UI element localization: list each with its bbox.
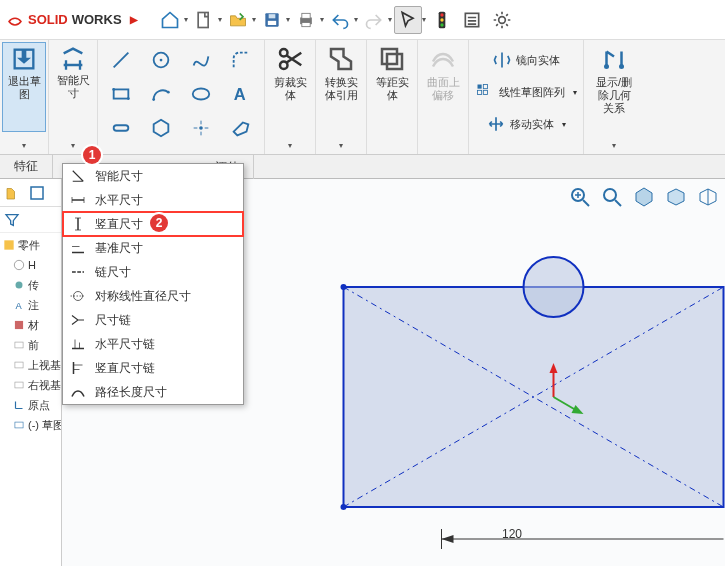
svg-point-20 [152, 98, 155, 101]
ellipse-tool[interactable] [182, 78, 220, 110]
dropdown-arrow-icon[interactable]: ▾ [612, 141, 616, 150]
brand-works: WORKS [72, 12, 122, 27]
menu-chain-dim[interactable]: 链尺寸 [63, 260, 243, 284]
dropdown-arrow-icon[interactable]: ▾ [339, 141, 343, 150]
display-relations-group: 显示/删 除几何 关系 ▾ [584, 40, 644, 154]
svg-rect-38 [4, 240, 13, 249]
menu-path-length[interactable]: 路径长度尺寸 [63, 380, 243, 404]
svg-point-10 [440, 23, 443, 26]
surface-offset-icon [428, 44, 458, 74]
tree-material[interactable]: 材 [0, 315, 61, 335]
svg-rect-33 [478, 90, 482, 94]
linear-pattern-label: 线性草图阵列 [499, 85, 565, 100]
plane-tool[interactable] [222, 112, 260, 144]
dimension-value[interactable]: 120 [502, 527, 522, 541]
move-button[interactable]: 移动实体 ▾ [486, 108, 566, 140]
arc-tool[interactable] [142, 78, 180, 110]
tree-right-plane[interactable]: 右视基准面 [0, 375, 61, 395]
circle-tool[interactable] [142, 44, 180, 76]
smart-dimension-button[interactable]: 智能尺 寸 [51, 42, 95, 132]
list-button[interactable] [458, 6, 486, 34]
save-button[interactable] [258, 6, 286, 34]
svg-rect-37 [31, 187, 43, 199]
exit-sketch-button[interactable]: 退出草 图 [2, 42, 46, 132]
menubar: SOLIDWORKS ▶ ▾ ▾ ▾ ▾ ▾ ▾ ▾ ▾ [0, 0, 725, 40]
slot-tool[interactable] [102, 112, 140, 144]
spline-tool[interactable] [182, 44, 220, 76]
home-button[interactable] [156, 6, 184, 34]
traffic-light-icon[interactable] [428, 6, 456, 34]
offset-group: 等距实 体 [367, 40, 418, 154]
svg-point-19 [127, 97, 130, 100]
rectangle-tool[interactable] [102, 78, 140, 110]
quick-access-toolbar: ▾ ▾ ▾ ▾ ▾ ▾ ▾ ▾ [156, 6, 516, 34]
tab-feature[interactable]: 特征 [0, 155, 53, 178]
offset-entities-button[interactable]: 等距实 体 [369, 42, 415, 132]
mirror-button[interactable]: 镜向实体 [492, 44, 560, 76]
convert-group: 转换实 体引用 ▾ [316, 40, 367, 154]
menu-baseline-dim[interactable]: 基准尺寸 [63, 236, 243, 260]
feature-tree-tab[interactable] [2, 182, 24, 204]
exit-sketch-icon [10, 45, 38, 73]
dropdown-arrow-icon[interactable]: ▾ [422, 15, 426, 24]
svg-point-56 [341, 504, 347, 510]
tree-origin[interactable]: 原点 [0, 395, 61, 415]
menu-symmetric-diameter[interactable]: 对称线性直径尺寸 [63, 284, 243, 308]
new-button[interactable] [190, 6, 218, 34]
open-button[interactable] [224, 6, 252, 34]
smart-dimension-icon [59, 44, 87, 72]
tree-sketch1[interactable]: (-) 草图1 [0, 415, 61, 435]
svg-point-55 [341, 284, 347, 290]
print-button[interactable] [292, 6, 320, 34]
menu-horizontal-ordinate[interactable]: 水平尺寸链 [63, 332, 243, 356]
dropdown-arrow-icon[interactable]: ▾ [288, 141, 292, 150]
tree-annotation[interactable]: A注 [0, 295, 61, 315]
svg-point-35 [604, 64, 609, 69]
menu-smart-dim[interactable]: 智能尺寸 [63, 164, 243, 188]
svg-marker-63 [442, 535, 454, 543]
undo-button[interactable] [326, 6, 354, 34]
smart-dim-group: 智能尺 寸 ▾ [49, 40, 98, 154]
dropdown-arrow-icon[interactable]: ▾ [218, 15, 222, 24]
property-tab[interactable] [26, 182, 48, 204]
polygon-tool[interactable] [142, 112, 180, 144]
dropdown-arrow-icon[interactable]: ▾ [354, 15, 358, 24]
menu-horizontal-dim[interactable]: 水平尺寸 [63, 188, 243, 212]
dropdown-arrow-icon[interactable]: ▾ [286, 15, 290, 24]
point-tool[interactable] [182, 112, 220, 144]
dropdown-arrow-icon[interactable]: ▾ [320, 15, 324, 24]
funnel-icon[interactable] [4, 212, 20, 228]
tree-top-plane[interactable]: 上视基准面 [0, 355, 61, 375]
convert-entities-button[interactable]: 转换实 体引用 [318, 42, 364, 132]
dropdown-arrow-icon[interactable]: ▾ [388, 15, 392, 24]
dropdown-arrow-icon[interactable]: ▾ [184, 15, 188, 24]
display-relations-button[interactable]: 显示/删 除几何 关系 [586, 42, 642, 132]
tree-part[interactable]: 零件 [0, 235, 61, 255]
settings-button[interactable] [488, 6, 516, 34]
menu-ordinate-dim[interactable]: 尺寸链 [63, 308, 243, 332]
dropdown-arrow-icon[interactable]: ▾ [71, 141, 75, 150]
text-tool[interactable]: A [222, 78, 260, 110]
svg-rect-0 [198, 12, 208, 27]
menu-vertical-ordinate[interactable]: 竖直尺寸链 [63, 356, 243, 380]
redo-button[interactable] [360, 6, 388, 34]
brand-solid: SOLID [28, 12, 68, 27]
line-tool[interactable] [102, 44, 140, 76]
trim-button[interactable]: 剪裁实 体 [267, 42, 313, 132]
svg-point-26 [199, 126, 203, 130]
callout-2: 2 [150, 214, 168, 232]
filter-row [0, 207, 61, 233]
svg-rect-17 [114, 89, 129, 98]
linear-pattern-button[interactable]: 线性草图阵列 ▾ [475, 76, 577, 108]
dropdown-arrow-icon[interactable]: ▾ [252, 15, 256, 24]
offset-icon [377, 44, 407, 74]
svg-rect-32 [483, 85, 487, 89]
move-icon [486, 114, 506, 134]
brand-dropdown-icon[interactable]: ▶ [130, 14, 138, 25]
tree-history[interactable]: H [0, 255, 61, 275]
fillet-tool[interactable] [222, 44, 260, 76]
tree-front-plane[interactable]: 前 [0, 335, 61, 355]
tree-sensor[interactable]: 传 [0, 275, 61, 295]
dropdown-arrow-icon[interactable]: ▾ [22, 141, 26, 150]
select-button[interactable] [394, 6, 422, 34]
